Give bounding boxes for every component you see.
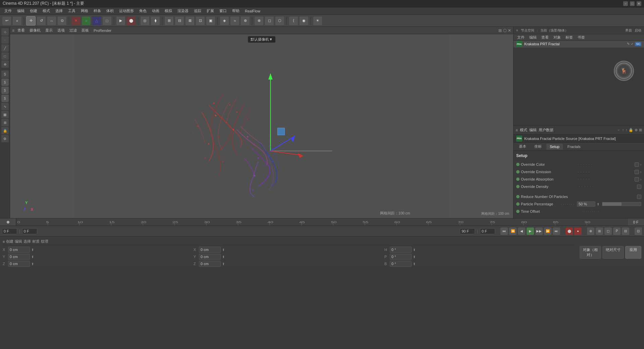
coord-size-z-input[interactable] [199,261,221,267]
coord-pos-x-input[interactable] [8,247,30,253]
left-tool-checker[interactable]: ⊞ [1,119,9,126]
next-step-button[interactable]: ▶▶ [535,228,543,235]
size-mode-select[interactable]: 绝对尺寸 [602,246,624,259]
prev-step-button[interactable]: ◀ [518,228,525,235]
coord-size-y-input[interactable] [199,254,221,260]
frame-start-input[interactable] [2,228,17,234]
props-menu-icon[interactable]: ≡ [516,128,518,133]
goto-start-button[interactable]: ⏮ [500,228,508,235]
coords-btn-create[interactable]: 创建 [6,239,13,244]
coord-h-arrows[interactable]: ⬆ [413,248,416,252]
prev-frame-button[interactable]: ⏪ [509,228,517,235]
floor-button[interactable]: ⬡ [275,16,284,26]
menu-help[interactable]: 帮助 [230,8,242,14]
coord-mode-select[interactable]: 对象（相对） [580,246,601,259]
vp-icon-2[interactable]: ⬡ [503,28,506,33]
vp-icon-3[interactable]: ✕ [508,28,511,33]
obj-menu-edit[interactable]: 编辑 [528,35,538,40]
apply-button[interactable]: 应用 [625,246,641,259]
obj-menu-tags[interactable]: 标签 [564,35,575,40]
vp-menu-filter[interactable]: 过滤 [68,28,78,33]
motion-path-button[interactable]: ⊕ [587,228,594,235]
particle-pct-input[interactable] [577,201,595,207]
obj-edit-icon[interactable]: ✎ [627,42,630,46]
vp-icon-1[interactable]: ⊞ [498,28,502,33]
vp-menu-view[interactable]: 查看 [16,28,26,33]
frame-end-display[interactable] [460,228,475,234]
left-tool-uv[interactable]: ⊕ [1,60,9,68]
left-tool-lock[interactable]: 🔒 [1,127,9,134]
topbar-label-start[interactable]: 启动 [635,28,641,33]
deformer-button[interactable]: ⊗ [254,16,264,26]
add-button[interactable]: + [12,16,22,26]
menu-mode[interactable]: 模式 [40,8,52,14]
scale-tool-button[interactable]: ↔ [47,16,56,26]
props-edit-btn[interactable]: 编辑 [529,128,537,133]
vp-menu-panel[interactable]: 面板 [80,28,91,33]
coord-b-arrows[interactable]: ⬆ [413,262,416,266]
record-auto-button[interactable]: ● [574,228,582,235]
vp-menu-display[interactable]: 显示 [44,28,54,33]
coord-pos-y-input[interactable] [8,254,30,260]
record-button[interactable]: ⬤ [126,16,136,26]
override-emission-checkbox[interactable] [635,170,639,174]
coord-sx-arrows[interactable]: ⬆ [222,248,225,252]
viewport-menu-icon[interactable]: ≡ [12,28,14,33]
tab-coordinates[interactable]: 坐标 [531,143,545,150]
props-search-icon[interactable]: ⊕ [635,128,638,132]
menu-simulate[interactable]: 模拟 [162,8,174,14]
fractal-avatar[interactable]: 🦌 [614,61,634,81]
menu-mograph[interactable]: 运动图形 [117,8,136,14]
override-density-checkbox[interactable] [637,185,641,189]
render-button[interactable]: ◎ [140,16,150,26]
play-button-transport[interactable]: ▶ [527,228,534,235]
vp-menu-prorender[interactable]: ProRender [92,29,113,33]
menu-volume[interactable]: 体积 [104,8,116,14]
p-button[interactable]: P [613,228,621,235]
camera-button[interactable]: ▣ [206,16,215,26]
coords-menu-icon[interactable]: ≡ [3,240,5,244]
coords-btn-texture[interactable]: 纹理 [41,239,48,244]
tab-setup[interactable]: Setup [546,144,563,150]
coord-rot-p-input[interactable] [390,254,412,260]
fps-button[interactable]: ⊡ [635,228,642,235]
play-button[interactable]: ▶ [116,16,125,26]
coord-rot-b-input[interactable] [390,261,412,267]
scene-button[interactable]: ◻ [265,16,274,26]
cube-button[interactable]: ⊞ [164,16,174,26]
particle-pct-slider[interactable] [602,202,641,206]
coord-p-arrows[interactable]: ⬆ [413,255,416,259]
tab-basic[interactable]: 基本 [516,143,530,150]
coord-y-arrows[interactable]: ⬆ [31,255,34,259]
left-tool-curve[interactable]: ∿ [1,103,9,110]
menu-window[interactable]: 窗口 [217,8,229,14]
menu-edit[interactable]: 编辑 [15,8,27,14]
left-tool-select[interactable]: S [1,70,9,78]
menu-tools[interactable]: 工具 [66,8,78,14]
plane-button[interactable]: ⊠ [185,16,195,26]
menu-animation[interactable]: 动画 [150,8,162,14]
props-up2-icon[interactable]: ↑ [626,128,628,132]
multi-button[interactable]: ⊟ [622,228,629,235]
coord-size-x-input[interactable] [199,247,221,253]
left-tool-gear[interactable]: ⚙ [1,135,9,142]
pingpong-button[interactable]: ◻ [604,228,612,235]
record-btn-transport[interactable]: ⬤ [566,228,573,235]
timeline-marks[interactable]: 0 5 10 15 20 25 30 35 40 45 50 55 60 [16,218,627,226]
extrude-button[interactable]: ◈ [220,16,229,26]
render-region-button[interactable]: ⧫ [151,16,160,26]
props-userdata-btn[interactable]: 用户数据 [539,128,553,133]
props-back-icon[interactable]: ← [617,128,621,132]
override-emission-arrow[interactable]: › [640,170,641,174]
minimize-button[interactable]: – [623,1,628,6]
obj-menu-bookmarks[interactable]: 书签 [576,35,587,40]
coord-x-arrows[interactable]: ⬆ [31,248,34,252]
obj-menu-object[interactable]: 对象 [552,35,562,40]
light-btn2[interactable]: ☀ [313,16,322,26]
left-tool-grid[interactable]: ▦ [1,111,9,118]
coord-z-arrows[interactable]: ⬆ [31,262,34,266]
override-color-arrow[interactable]: › [640,163,641,166]
obj-enabled-icon[interactable]: ✓ [631,42,634,46]
goto-end-button[interactable]: ⏭ [553,228,560,235]
particle-pct-arrows[interactable]: ⬆ [597,202,599,206]
